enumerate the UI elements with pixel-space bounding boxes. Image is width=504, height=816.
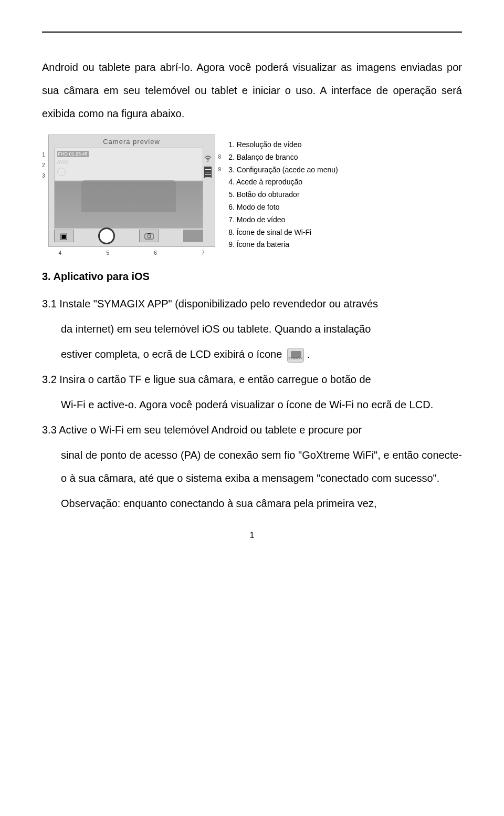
gazebo-shape: [81, 180, 176, 212]
symagix-app-icon: SYMAGIX: [287, 348, 304, 363]
marker-3: 3: [42, 173, 45, 179]
photo-mode-button: [139, 230, 159, 242]
preview-wrap: Camera preview FHD 01:23:45 AWB ▣ 4: [48, 135, 215, 256]
step-3-2-line2: Wi-Fi e active-o. Agora você poderá visu…: [42, 393, 462, 416]
photo-area: [54, 148, 203, 229]
step-3-3-line1: 3.3 Active o Wi-Fi em seu telemóvel Andr…: [42, 418, 462, 441]
playback-button: ▣: [54, 230, 74, 242]
marker-4: 4: [59, 250, 62, 256]
legend-item: 8. Ícone de sinal de Wi-Fi: [228, 226, 462, 239]
svg-point-2: [148, 235, 151, 238]
left-marker-column: 1 2 3: [42, 135, 45, 184]
bottom-toolbar: ▣: [54, 229, 203, 243]
top-rule: [42, 32, 462, 33]
step-3-3-line2: sinal de ponto de acesso (PA) de conexão…: [42, 443, 462, 490]
battery-icon: [204, 167, 212, 178]
marker-5: 5: [106, 250, 109, 256]
marker-9: 9: [218, 167, 222, 172]
step-3-1-text-pre: estiver completa, o ecrã de LCD exibirá …: [61, 348, 285, 360]
wifi-icon: [204, 155, 212, 163]
legend-item: 5. Botão do obturador: [228, 189, 462, 201]
settings-overlay-icon: [57, 168, 66, 176]
legend-item: 7. Modo de vídeo: [228, 214, 462, 226]
marker-1: 1: [42, 152, 45, 158]
preview-label: Camera preview: [103, 138, 160, 146]
marker-8: 8: [218, 154, 222, 160]
step-3-1-line1: 3.1 Instale "SYMAGIX APP" (disponibiliza…: [42, 292, 462, 315]
marker-7: 7: [202, 250, 205, 256]
step-3-1-line3: estiver completa, o ecrã de LCD exibirá …: [42, 343, 462, 366]
page-number: 1: [42, 531, 462, 540]
svg-rect-3: [148, 233, 151, 234]
intro-paragraph: Android ou tablete para abrí-lo. Agora v…: [42, 56, 462, 125]
observation: Observação: enquanto conectando à sua câ…: [42, 492, 462, 515]
step-3-2-line1: 3.2 Insira o cartão TF e ligue sua câmar…: [42, 368, 462, 391]
video-mode-button: [183, 230, 203, 242]
marker-6: 6: [154, 250, 157, 256]
bottom-marker-row: 4 5 6 7: [48, 250, 215, 256]
marker-2: 2: [42, 163, 45, 168]
shutter-button: [98, 228, 115, 244]
section-title: 3. Aplicativo para iOS: [42, 271, 462, 283]
right-marker-column: 8 9: [218, 135, 222, 180]
legend-item: 3. Configuração (acede ao menu): [228, 164, 462, 177]
legend-item: 6. Modo de foto: [228, 201, 462, 214]
preview-box: FHD 01:23:45 AWB ▣: [48, 135, 215, 247]
legend-item: 1. Resolução de vídeo: [228, 139, 462, 151]
resolution-overlay: FHD 01:23:45: [57, 151, 89, 157]
legend-item: 9. Ícone da bateria: [228, 239, 462, 251]
svg-point-0: [207, 161, 208, 162]
camera-preview-figure: 1 2 3 Camera preview FHD 01:23:45 AWB ▣: [42, 135, 462, 256]
app-icon-label: SYMAGIX: [288, 355, 303, 362]
awb-overlay: AWB: [57, 159, 69, 165]
step-3-1-line2: da internet) em seu telemóvel iOS ou tab…: [42, 317, 462, 340]
step-3-1-text-post: .: [307, 348, 310, 360]
legend-item: 2. Balanço de branco: [228, 151, 462, 164]
legend-item: 4. Acede à reprodução: [228, 176, 462, 189]
legend-list: 1. Resolução de vídeo 2. Balanço de bran…: [228, 135, 462, 251]
